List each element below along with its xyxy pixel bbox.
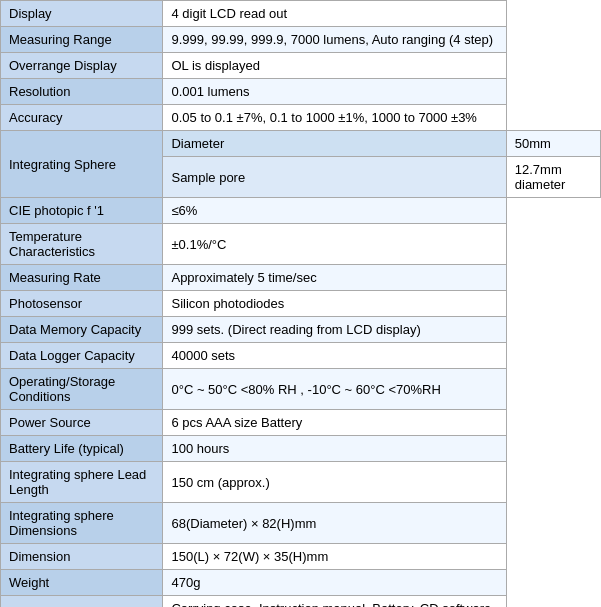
row-value: 9.999, 99.99, 999.9, 7000 lumens, Auto r…	[163, 27, 506, 53]
table-row: Temperature Characteristics±0.1%/°C	[1, 224, 601, 265]
table-row: Integrating sphere Lead Length150 cm (ap…	[1, 462, 601, 503]
row-value: 470g	[163, 570, 506, 596]
table-row: Weight470g	[1, 570, 601, 596]
table-row: Display4 digit LCD read out	[1, 1, 601, 27]
row-value: 999 sets. (Direct reading from LCD displ…	[163, 317, 506, 343]
table-row: PhotosensorSilicon photodiodes	[1, 291, 601, 317]
row-label: Photosensor	[1, 291, 163, 317]
table-row: Data Logger Capacity40000 sets	[1, 343, 601, 369]
table-row: Operating/Storage Conditions0°C ~ 50°C <…	[1, 369, 601, 410]
table-row: Dimension150(L) × 72(W) × 35(H)mm	[1, 544, 601, 570]
specs-table: Display4 digit LCD read outMeasuring Ran…	[0, 0, 601, 607]
row-label: CIE photopic f '1	[1, 198, 163, 224]
row-label: Measuring Rate	[1, 265, 163, 291]
table-row: Accuracy0.05 to 0.1 ±7%, 0.1 to 1000 ±1%…	[1, 105, 601, 131]
row-value: Silicon photodiodes	[163, 291, 506, 317]
row-label: Accessories	[1, 596, 163, 608]
table-row: Measuring RateApproximately 5 time/sec	[1, 265, 601, 291]
row-value: Approximately 5 time/sec	[163, 265, 506, 291]
row-label: Power Source	[1, 410, 163, 436]
row-label: Integrating sphere Dimensions	[1, 503, 163, 544]
row-label: Weight	[1, 570, 163, 596]
table-row: Measuring Range9.999, 99.99, 999.9, 7000…	[1, 27, 601, 53]
row-label: Display	[1, 1, 163, 27]
row-label: Temperature Characteristics	[1, 224, 163, 265]
row-label: Dimension	[1, 544, 163, 570]
row-label: Overrange Display	[1, 53, 163, 79]
row-value: 0°C ~ 50°C <80% RH , -10°C ~ 60°C <70%RH	[163, 369, 506, 410]
row-value: 100 hours	[163, 436, 506, 462]
table-row: Battery Life (typical)100 hours	[1, 436, 601, 462]
row-value: OL is displayed	[163, 53, 506, 79]
row-sublabel: Diameter	[163, 131, 506, 157]
row-value: 6 pcs AAA size Battery	[163, 410, 506, 436]
row-value: 40000 sets	[163, 343, 506, 369]
table-row: AccessoriesCarrying case, Instruction ma…	[1, 596, 601, 608]
row-label: Battery Life (typical)	[1, 436, 163, 462]
row-label: Accuracy	[1, 105, 163, 131]
row-value: ±0.1%/°C	[163, 224, 506, 265]
row-value: ≤6%	[163, 198, 506, 224]
row-label: Measuring Range	[1, 27, 163, 53]
table-row: Integrating sphere Dimensions68(Diameter…	[1, 503, 601, 544]
row-value: 0.05 to 0.1 ±7%, 0.1 to 1000 ±1%, 1000 t…	[163, 105, 506, 131]
row-label: Resolution	[1, 79, 163, 105]
row-value: 12.7mm diameter	[506, 157, 600, 198]
row-value: 0.001 lumens	[163, 79, 506, 105]
row-value: 150 cm (approx.)	[163, 462, 506, 503]
table-row: Integrating SphereDiameter50mm	[1, 131, 601, 157]
row-value: 68(Diameter) × 82(H)mm	[163, 503, 506, 544]
row-value: Carrying case, Instruction manual, Batte…	[163, 596, 506, 608]
table-row: Resolution0.001 lumens	[1, 79, 601, 105]
row-sublabel: Sample pore	[163, 157, 506, 198]
row-label: Integrating sphere Lead Length	[1, 462, 163, 503]
row-value: 4 digit LCD read out	[163, 1, 506, 27]
row-label: Operating/Storage Conditions	[1, 369, 163, 410]
table-row: Data Memory Capacity999 sets. (Direct re…	[1, 317, 601, 343]
table-row: Power Source6 pcs AAA size Battery	[1, 410, 601, 436]
row-group-label: Integrating Sphere	[1, 131, 163, 198]
row-value: 50mm	[506, 131, 600, 157]
row-value: 150(L) × 72(W) × 35(H)mm	[163, 544, 506, 570]
table-row: CIE photopic f '1≤6%	[1, 198, 601, 224]
table-row: Overrange DisplayOL is displayed	[1, 53, 601, 79]
row-label: Data Memory Capacity	[1, 317, 163, 343]
row-label: Data Logger Capacity	[1, 343, 163, 369]
